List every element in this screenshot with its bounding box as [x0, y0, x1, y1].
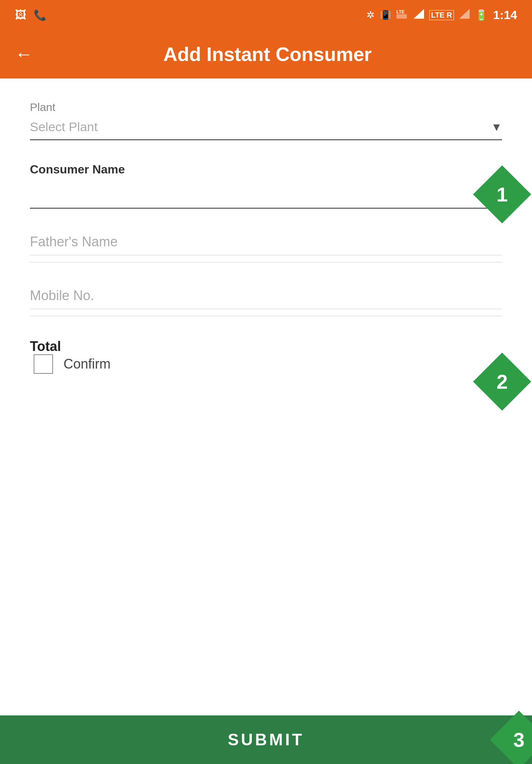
form-content: Plant Select Plant ▼ Consumer Name 1 Tot… [0, 78, 532, 415]
signal-icon [414, 9, 424, 21]
plant-field-group: Plant Select Plant ▼ [30, 101, 502, 140]
lte-r-icon: LTE R [429, 10, 454, 20]
svg-marker-3 [459, 9, 470, 19]
fathers-name-field-group [30, 231, 502, 262]
vibrate-icon: 📳 [380, 10, 391, 20]
total-label: Total [30, 339, 61, 354]
plant-select[interactable]: Select Plant ▼ [30, 120, 502, 140]
consumer-name-input[interactable] [30, 184, 502, 209]
badge-3-number: 3 [513, 728, 525, 751]
svg-text:LTE: LTE [396, 9, 405, 15]
submit-bar[interactable]: SUBMIT 3 [0, 715, 532, 764]
status-bar-left-icons: 🖼 📞 [15, 9, 47, 21]
battery-icon: 🔋 [475, 9, 488, 21]
mobile-no-input[interactable] [30, 285, 502, 309]
total-section: Total Confirm 2 [30, 339, 502, 374]
status-bar-right-icons: ✲ 📳 LTE LTE R 🔋 1:14 [366, 8, 517, 22]
status-time: 1:14 [493, 8, 517, 22]
annotation-badge-3: 3 [490, 711, 532, 764]
svg-rect-1 [396, 14, 407, 19]
plant-select-text: Select Plant [30, 120, 491, 134]
bluetooth-icon: ✲ [366, 9, 375, 21]
consumer-name-label: Consumer Name [30, 163, 502, 176]
svg-marker-2 [414, 9, 424, 19]
fathers-name-input[interactable] [30, 231, 502, 255]
back-button[interactable]: ← [15, 45, 33, 63]
consumer-name-wrapper: Consumer Name 1 [30, 163, 502, 209]
confirm-checkbox[interactable] [34, 354, 53, 374]
status-bar: 🖼 📞 ✲ 📳 LTE LTE R 🔋 [0, 0, 532, 30]
app-bar: ← Add Instant Consumer [0, 30, 532, 78]
plant-label: Plant [30, 101, 502, 114]
phone-icon: 📞 [34, 9, 47, 21]
page-title: Add Instant Consumer [48, 43, 487, 65]
confirm-row: Confirm [34, 354, 502, 374]
badge-2-number: 2 [497, 370, 508, 393]
phone-lte-icon: LTE [396, 8, 408, 22]
consumer-name-field-group: Consumer Name [30, 163, 502, 209]
image-icon: 🖼 [15, 9, 26, 21]
submit-button-label: SUBMIT [228, 730, 304, 749]
badge-1-number: 1 [497, 183, 508, 206]
mobile-no-field-group [30, 285, 502, 316]
chevron-down-icon: ▼ [491, 121, 502, 133]
signal-r-icon [459, 9, 470, 21]
confirm-label: Confirm [64, 356, 111, 372]
